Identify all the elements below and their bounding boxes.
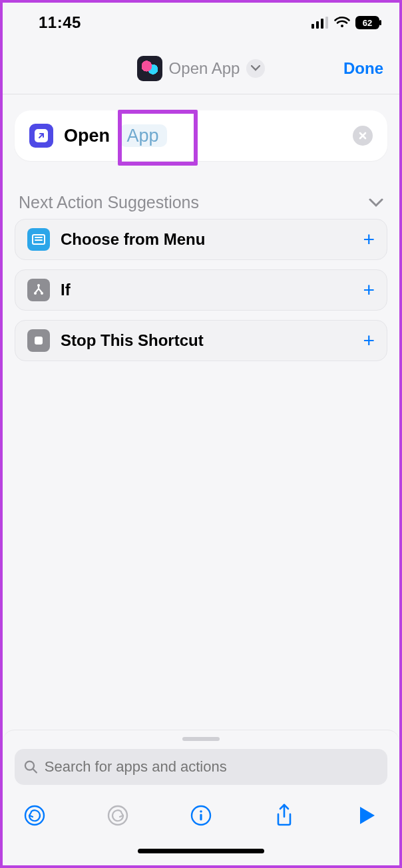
share-icon bbox=[274, 803, 294, 827]
svg-rect-18 bbox=[200, 814, 202, 821]
svg-point-9 bbox=[37, 284, 40, 287]
redo-icon bbox=[106, 804, 129, 827]
suggestion-if[interactable]: If + bbox=[15, 269, 387, 311]
shortcuts-app-icon bbox=[137, 56, 162, 81]
chevron-down-icon bbox=[251, 65, 260, 72]
wifi-icon bbox=[334, 17, 350, 29]
svg-point-14 bbox=[25, 806, 44, 825]
undo-button[interactable] bbox=[21, 802, 48, 829]
svg-rect-8 bbox=[35, 239, 43, 241]
menu-icon bbox=[27, 228, 50, 251]
header-title[interactable]: Open App bbox=[169, 59, 240, 78]
bottom-toolbar bbox=[15, 785, 387, 829]
action-parameter-app[interactable]: App bbox=[119, 124, 167, 147]
suggestions-header[interactable]: Next Action Suggestions bbox=[15, 193, 387, 219]
battery-percent: 62 bbox=[363, 18, 372, 28]
header: Open App Done bbox=[3, 43, 399, 94]
branch-icon bbox=[27, 279, 50, 301]
play-icon bbox=[358, 805, 377, 825]
sheet-grabber[interactable] bbox=[182, 737, 220, 741]
info-icon bbox=[190, 804, 212, 827]
suggestion-choose-from-menu[interactable]: Choose from Menu + bbox=[15, 219, 387, 260]
suggestion-stop-shortcut[interactable]: Stop This Shortcut + bbox=[15, 320, 387, 361]
battery-icon: 62 bbox=[355, 16, 382, 29]
svg-point-15 bbox=[108, 806, 127, 825]
suggestion-label: If bbox=[61, 281, 71, 299]
status-bar: 11:45 62 bbox=[3, 3, 399, 43]
delete-action-button[interactable] bbox=[353, 126, 373, 146]
open-app-action-icon bbox=[29, 124, 53, 148]
suggestion-label: Stop This Shortcut bbox=[61, 331, 204, 350]
suggestion-label: Choose from Menu bbox=[61, 230, 205, 249]
search-icon bbox=[24, 760, 38, 774]
editor-content: Open App Next Action Suggestions Choose … bbox=[3, 94, 399, 361]
status-time: 11:45 bbox=[39, 13, 81, 32]
svg-point-17 bbox=[200, 810, 202, 813]
action-card-open-app[interactable]: Open App bbox=[15, 110, 387, 161]
run-button[interactable] bbox=[354, 802, 381, 829]
add-suggestion-button[interactable]: + bbox=[363, 228, 375, 251]
add-suggestion-button[interactable]: + bbox=[363, 279, 375, 301]
svg-rect-7 bbox=[35, 237, 43, 238]
svg-rect-12 bbox=[35, 337, 43, 345]
svg-point-10 bbox=[34, 292, 37, 295]
svg-rect-1 bbox=[316, 21, 319, 29]
bottom-sheet bbox=[3, 730, 399, 865]
svg-rect-0 bbox=[311, 24, 314, 29]
chevron-down-icon bbox=[369, 198, 383, 208]
done-button[interactable]: Done bbox=[343, 59, 383, 78]
close-icon bbox=[359, 132, 367, 140]
share-button[interactable] bbox=[271, 802, 298, 829]
svg-rect-2 bbox=[321, 19, 323, 29]
info-button[interactable] bbox=[188, 802, 214, 829]
action-verb: Open bbox=[64, 126, 110, 146]
undo-icon bbox=[23, 804, 46, 827]
suggestions-header-label: Next Action Suggestions bbox=[19, 193, 199, 212]
cellular-icon bbox=[311, 17, 329, 29]
search-bar[interactable] bbox=[15, 749, 387, 785]
add-suggestion-button[interactable]: + bbox=[363, 329, 375, 352]
svg-rect-3 bbox=[325, 17, 328, 29]
status-indicators: 62 bbox=[311, 16, 382, 29]
redo-button bbox=[104, 802, 131, 829]
search-input[interactable] bbox=[45, 758, 378, 776]
svg-rect-5 bbox=[379, 20, 381, 25]
header-dropdown[interactable] bbox=[246, 59, 265, 78]
home-indicator[interactable] bbox=[138, 849, 264, 853]
svg-point-11 bbox=[41, 292, 43, 295]
stop-icon bbox=[27, 329, 50, 352]
arrow-up-right-icon bbox=[37, 132, 45, 140]
svg-point-13 bbox=[25, 762, 34, 770]
